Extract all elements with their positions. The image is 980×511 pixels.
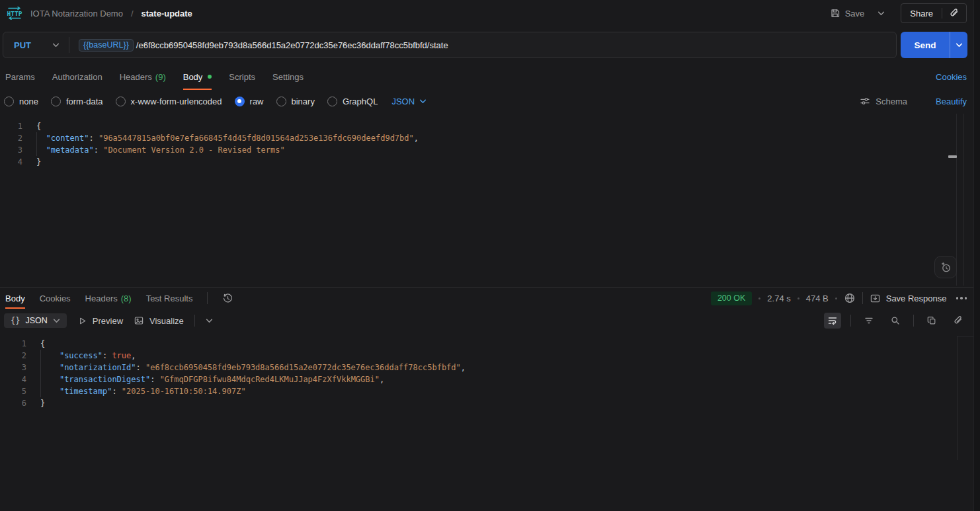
copy-link-button[interactable] xyxy=(950,313,967,329)
save-response-icon xyxy=(870,293,881,304)
tab-params[interactable]: Params xyxy=(5,63,35,90)
meta-dot xyxy=(758,297,760,299)
radio-none xyxy=(4,97,14,106)
url-input-box: PUT {{baseURL}} /e6f8ccb6950458fd9eb793d… xyxy=(3,32,897,58)
breadcrumb-request-name[interactable]: state-update xyxy=(142,9,192,19)
status-badge[interactable]: 200 OK xyxy=(711,292,752,305)
editor-overview-ruler[interactable] xyxy=(956,114,964,286)
toolbar-icons-divider xyxy=(850,315,851,327)
mode-x-www-form-urlencoded[interactable]: x-www-form-urlencoded xyxy=(116,97,222,106)
save-icon xyxy=(830,8,840,19)
response-tab-cookies[interactable]: Cookies xyxy=(40,288,71,309)
response-pane: Body Cookies Headers(8) Test Results 200… xyxy=(0,287,980,511)
send-button[interactable]: Send xyxy=(901,32,950,58)
radio-binary xyxy=(276,97,286,106)
cookies-link[interactable]: Cookies xyxy=(936,72,967,82)
braces-icon: {} xyxy=(11,316,20,325)
response-time[interactable]: 2.74 s xyxy=(767,294,790,303)
response-code[interactable]: 1{2 "success": true,3 "notarizationId": … xyxy=(0,338,980,409)
sparkle-icon xyxy=(939,260,952,274)
radio-raw-selected xyxy=(235,97,245,106)
save-response-button[interactable]: Save Response xyxy=(870,293,947,304)
url-variable-chip[interactable]: {{baseURL}} xyxy=(79,39,134,52)
tab-authorization[interactable]: Authorization xyxy=(52,63,102,90)
chevron-down-icon xyxy=(53,317,60,325)
send-button-group: Send xyxy=(901,32,967,58)
request-tabs: Params Authorization Headers(9) Body Scr… xyxy=(0,63,980,90)
meta-dot xyxy=(797,297,799,299)
response-scrollbar-track[interactable] xyxy=(957,336,958,460)
copy-icon xyxy=(926,315,937,326)
http-brand-icon: HTTP xyxy=(5,7,24,20)
save-options-button[interactable] xyxy=(878,10,885,17)
chevron-down-icon xyxy=(956,42,963,49)
response-tab-headers[interactable]: Headers(8) xyxy=(85,288,132,309)
method-selector[interactable]: PUT xyxy=(3,40,69,50)
mode-raw[interactable]: raw xyxy=(235,97,264,106)
filter-button[interactable] xyxy=(860,313,878,329)
radio-graphql xyxy=(327,97,337,106)
url-input[interactable]: {{baseURL}} /e6f8ccb6950458fd9eb793d8a56… xyxy=(69,39,448,52)
schema-button[interactable]: Schema xyxy=(860,96,907,106)
visualize-button[interactable]: Visualize xyxy=(134,315,184,326)
tab-body[interactable]: Body xyxy=(183,63,212,90)
request-code[interactable]: 1{2 "content": "96a5447815a0bf0e7efa6684… xyxy=(0,120,980,168)
request-body-editor[interactable]: 1{2 "content": "96a5447815a0bf0e7efa6684… xyxy=(0,112,980,287)
response-size[interactable]: 474 B xyxy=(806,294,829,303)
url-path-text[interactable]: /e6f8ccb6950458fd9eb793d8a566d15a2e0772d… xyxy=(136,40,448,50)
toolbar-icons-divider xyxy=(913,315,914,327)
tab-scripts[interactable]: Scripts xyxy=(229,63,255,90)
save-button[interactable]: Save xyxy=(830,8,865,19)
beautify-button[interactable]: Beautify xyxy=(936,97,967,106)
send-options-button[interactable] xyxy=(950,32,967,58)
response-meta: 200 OK 2.74 s 474 B Save Res xyxy=(711,292,967,305)
more-options-icon[interactable] xyxy=(956,297,967,299)
mode-binary[interactable]: binary xyxy=(276,97,315,106)
response-format-selector[interactable]: {} JSON xyxy=(4,313,67,328)
filter-icon xyxy=(864,315,874,326)
response-tabs-row: Body Cookies Headers(8) Test Results 200… xyxy=(0,288,980,309)
window-scrollbar-gutter[interactable] xyxy=(973,0,980,511)
response-body-editor[interactable]: 1{2 "success": true,3 "notarizationId": … xyxy=(0,333,980,511)
body-set-indicator xyxy=(208,75,212,79)
wrap-text-button[interactable] xyxy=(824,313,841,329)
raw-language-selector[interactable]: JSON xyxy=(391,97,427,106)
meta-dot xyxy=(835,297,837,299)
response-tab-body[interactable]: Body xyxy=(5,288,25,309)
response-tabs-divider xyxy=(207,292,208,304)
request-url-row: PUT {{baseURL}} /e6f8ccb6950458fd9eb793d… xyxy=(0,26,980,63)
scrollbar-marker[interactable] xyxy=(948,155,957,158)
response-history-button[interactable] xyxy=(222,293,233,304)
svg-text:HTTP: HTTP xyxy=(7,10,22,17)
preview-button[interactable]: Preview xyxy=(77,316,123,326)
globe-icon xyxy=(844,292,856,304)
response-headers-count: (8) xyxy=(121,294,132,303)
sliders-icon xyxy=(860,96,870,106)
search-button[interactable] xyxy=(887,313,904,329)
search-icon xyxy=(890,315,901,326)
response-tab-test-results[interactable]: Test Results xyxy=(146,288,193,309)
mode-none[interactable]: none xyxy=(4,97,38,106)
copy-link-button[interactable] xyxy=(942,8,966,19)
copy-button[interactable] xyxy=(923,313,940,329)
wrap-text-icon xyxy=(827,315,838,326)
mode-graphql[interactable]: GraphQL xyxy=(327,97,378,106)
image-icon xyxy=(134,315,144,326)
more-formats-chevron-icon[interactable] xyxy=(206,317,213,325)
clock-history-icon xyxy=(222,293,233,304)
tab-settings[interactable]: Settings xyxy=(272,63,304,90)
chevron-down-icon xyxy=(419,98,427,105)
network-info-button[interactable] xyxy=(844,292,856,304)
breadcrumb-collection[interactable]: IOTA Notarization Demo xyxy=(30,9,123,19)
method-label: PUT xyxy=(14,40,31,50)
postbot-button[interactable] xyxy=(934,256,957,278)
toolbar-divider xyxy=(194,315,195,327)
radio-urlencoded xyxy=(116,97,126,106)
tab-headers[interactable]: Headers(9) xyxy=(120,63,166,90)
share-button-group: Share xyxy=(901,3,967,23)
response-scrollbar-track-top xyxy=(958,336,973,336)
breadcrumb-separator: / xyxy=(131,9,134,19)
share-button[interactable]: Share xyxy=(901,9,942,19)
body-mode-row: none form-data x-www-form-urlencoded raw… xyxy=(0,90,980,112)
mode-form-data[interactable]: form-data xyxy=(51,97,103,106)
